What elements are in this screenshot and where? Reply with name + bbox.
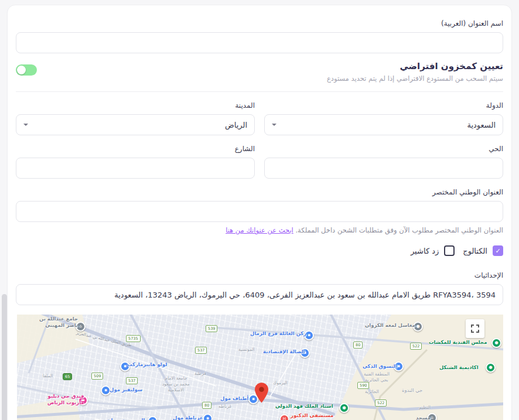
- fullscreen-button[interactable]: [466, 319, 484, 338]
- sales-channels: ✓ الكتالوج زد كاشير: [16, 245, 503, 256]
- default-stock-row: تعيين كمخزون افتراضي سيتم السحب من المست…: [16, 61, 503, 83]
- city-field: المدينة الرياض: [16, 101, 255, 135]
- checkbox-checked-icon[interactable]: ✓: [493, 245, 503, 256]
- map-poi-label: سوليفير مول: [110, 387, 142, 393]
- channel-catalog-label: الكتالوج: [463, 247, 487, 255]
- map-poi-label: فندق جي دبليو ماريوت الرياض: [47, 393, 84, 405]
- map-poi-label: مجلس الفندية للمكشات: [429, 339, 487, 346]
- city-label: المدينة: [16, 101, 255, 110]
- find-address-link[interactable]: ابحث عن عنوانك من هنا: [226, 226, 293, 234]
- page-scrollbar[interactable]: [2, 294, 7, 420]
- map-poi-label: ركن العائلة فرع الرمال: [250, 330, 306, 337]
- map-poi-label: جامع عبدالله بن ناصر المهيني: [39, 316, 78, 328]
- country-value[interactable]: السعودية: [264, 114, 503, 135]
- map-poi-label: الحسين توب ات: [106, 417, 145, 420]
- map-route-badge: 80: [353, 342, 363, 349]
- map-poi-label: أطياف مول: [220, 395, 248, 402]
- map-area-label: قرطبة: [194, 371, 206, 377]
- coordinates-label: الإحداثيات: [16, 271, 503, 279]
- channel-catalog[interactable]: ✓ الكتالوج: [463, 245, 503, 256]
- map-poi-icon[interactable]: H: [279, 414, 289, 420]
- map-poi-icon[interactable]: ●: [339, 403, 349, 413]
- chevron-down-icon: [23, 124, 28, 128]
- district-field: الحي: [264, 145, 503, 179]
- map-poi-label: غرناطة مول: [173, 415, 203, 420]
- default-stock-toggle[interactable]: [16, 64, 37, 76]
- country-select[interactable]: السعودية: [264, 114, 503, 135]
- channel-zid-cashier[interactable]: زد كاشير: [411, 245, 455, 256]
- street-field: الشارع: [16, 145, 255, 179]
- country-label: الدولة: [264, 101, 503, 110]
- map-poi-label: مغاسل لمعه الكروان: [365, 322, 415, 329]
- map-route-badge: 537: [195, 347, 207, 354]
- chevron-down-icon: [272, 124, 276, 128]
- map-area-label: حي الندوة: [402, 387, 423, 394]
- map-poi-label: مستشفى الدكتور محمد الفقيه: [291, 412, 333, 420]
- map-route-badge: 522: [375, 399, 387, 407]
- address-name-input[interactable]: [16, 32, 503, 53]
- address-form-card: اسم العنوان (العربية) تعيين كمخزون افترا…: [7, 5, 512, 420]
- default-stock-title: تعيين كمخزون افتراضي: [327, 61, 503, 71]
- checkbox-unchecked-icon[interactable]: [444, 245, 455, 256]
- map-route-badge: 539: [206, 325, 217, 332]
- map-area-label: اليرموك: [273, 380, 288, 386]
- default-stock-text: تعيين كمخزون افتراضي سيتم السحب من المست…: [327, 61, 503, 83]
- map-area-label: المونسية: [238, 347, 255, 353]
- map-poi-label: التسوق الذكي: [363, 363, 397, 370]
- default-stock-subtitle: سيتم السحب من المستودع الافتراضي إذا لم …: [327, 74, 503, 83]
- map-route-badge: 522: [410, 343, 422, 350]
- map-poi-icon[interactable]: ●: [486, 363, 496, 373]
- coordinates-input[interactable]: [16, 284, 503, 305]
- address-name-label: اسم العنوان (العربية): [16, 19, 503, 28]
- national-address-helper: العنوان الوطني المختصر مطلوب الآن وفق مت…: [16, 226, 503, 234]
- national-address-input[interactable]: [16, 201, 503, 222]
- city-select[interactable]: الرياض: [16, 114, 255, 135]
- channel-zid-cashier-label: زد كاشير: [411, 247, 439, 255]
- map-route-badge: 65: [63, 373, 72, 380]
- map-poi-label: مسجد: [416, 415, 431, 420]
- map-area-label: الحائرية: [365, 389, 379, 395]
- map-poi-label: لولو هايبرماركت: [127, 361, 167, 368]
- map-poi-label: استاد الملك فهد الدولي: [275, 403, 333, 409]
- section-divider: [16, 91, 503, 92]
- map-poi-label: اكاديمية الشنكل: [439, 364, 479, 371]
- map-poi-icon[interactable]: ▪: [203, 414, 213, 420]
- helper-text: العنوان الوطني المختصر مطلوب الآن وفق مت…: [295, 226, 503, 234]
- toggle-knob: [17, 66, 26, 74]
- fullscreen-icon: [471, 325, 479, 333]
- district-label: الحي: [264, 145, 503, 153]
- map-route-badge: 509: [91, 373, 103, 380]
- location-pin-icon[interactable]: [255, 383, 268, 405]
- map-route-badge: 5735: [126, 335, 141, 342]
- district-input[interactable]: [264, 158, 503, 179]
- street-input[interactable]: [16, 158, 255, 179]
- national-address-label: العنوان الوطني المختصر: [16, 188, 503, 196]
- map-area-label: غرناطه: [218, 404, 231, 409]
- country-field: الدولة السعودية: [264, 101, 503, 135]
- map-area-label: جامعة الامام محمد بن سعود الاسلامية: [162, 375, 190, 392]
- street-label: الشارع: [16, 145, 255, 153]
- city-value[interactable]: الرياض: [16, 114, 255, 135]
- map-route-badge: 590: [357, 382, 369, 389]
- map-area-label: الملقا: [43, 373, 53, 379]
- location-map[interactable]: ⌂جامع عبدالله بن ناصر المهيني▪لولو هايبر…: [17, 315, 503, 420]
- map-poi-icon[interactable]: ●: [491, 338, 501, 348]
- map-route-badge: 537: [126, 377, 138, 384]
- map-route-badge: 80: [202, 402, 211, 409]
- map-area-label: المنطقة الفنية بحي الحائرية: [364, 371, 390, 383]
- map-poi-label: الصالة الإقتصادية: [263, 349, 305, 355]
- map-area-label: النظيم: [419, 405, 431, 411]
